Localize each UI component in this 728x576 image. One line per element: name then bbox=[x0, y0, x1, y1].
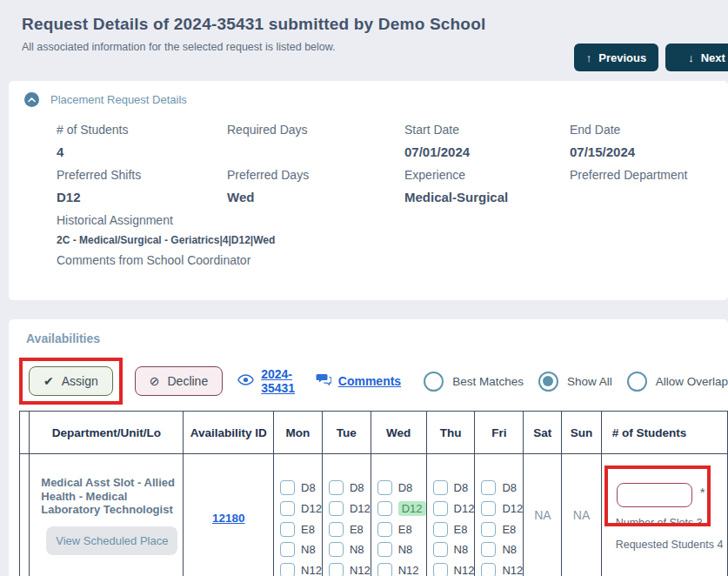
shift-checkbox-wed-d8[interactable] bbox=[377, 480, 392, 495]
shift-label-thu-n8: N8 bbox=[454, 543, 469, 556]
radio-circle-show-all[interactable] bbox=[538, 372, 558, 392]
radio-show-all[interactable]: Show All bbox=[538, 372, 612, 392]
comments-link[interactable]: Comments bbox=[338, 374, 401, 388]
shift-checkbox-fri-n12[interactable] bbox=[481, 563, 496, 576]
assign-button[interactable]: ✔ Assign bbox=[29, 366, 113, 396]
shift-label-mon-n12: N12 bbox=[301, 564, 322, 576]
radio-label-allow-overlap: Allow Overlap bbox=[656, 375, 728, 388]
up-arrow-icon: ↑ bbox=[586, 51, 592, 64]
shift-label-fri-e8: E8 bbox=[502, 523, 516, 536]
shift-checkbox-thu-e8[interactable] bbox=[433, 522, 448, 537]
day-cell-mon: D8D12E8N8N12 bbox=[274, 454, 323, 576]
placement-request-details-card: Placement Request Details # of Students4… bbox=[9, 81, 728, 300]
section-title-placement-request-details: Placement Request Details bbox=[50, 93, 187, 106]
shift-label-wed-n8: N8 bbox=[398, 543, 413, 556]
shift-label-thu-d12: D12 bbox=[454, 502, 475, 515]
num-students-cell: * Number of Slots 3 Requested Students 4 bbox=[601, 454, 727, 576]
radio-circle-best-matches[interactable] bbox=[424, 372, 444, 392]
shift-checkbox-fri-d8[interactable] bbox=[481, 480, 496, 495]
field-label-num-students: # of Students bbox=[57, 122, 227, 138]
comments-icon bbox=[316, 373, 331, 389]
shift-checkbox-wed-d12[interactable] bbox=[377, 501, 392, 516]
check-icon: ✔ bbox=[43, 374, 54, 388]
shift-label-mon-e8: E8 bbox=[301, 523, 315, 536]
field-value-preferred-department bbox=[570, 189, 728, 206]
shift-label-wed-d8: D8 bbox=[398, 481, 413, 494]
section-title-availabilities: Availabilities bbox=[9, 332, 728, 345]
shift-checkbox-fri-d12[interactable] bbox=[481, 501, 496, 516]
day-cell-tue: D8D12E8N8N12 bbox=[322, 454, 371, 576]
shift-checkbox-mon-d8[interactable] bbox=[280, 480, 295, 495]
page-header: Request Details of 2024-35431 submitted … bbox=[0, 0, 728, 81]
request-number-link[interactable]: 2024-35431 bbox=[261, 367, 301, 395]
shift-checkbox-thu-d12[interactable] bbox=[433, 501, 448, 516]
annotation-assign-highlight: ✔ Assign bbox=[19, 358, 123, 405]
availability-id-link[interactable]: 12180 bbox=[212, 512, 245, 525]
header-availability-id: Availability ID bbox=[184, 412, 274, 454]
radio-best-matches[interactable]: Best Matches bbox=[424, 372, 524, 392]
shift-checkbox-wed-n12[interactable] bbox=[377, 563, 392, 576]
next-button[interactable]: ↓ Next bbox=[665, 44, 728, 71]
shift-checkbox-mon-d12[interactable] bbox=[280, 501, 295, 516]
shift-checkbox-wed-n8[interactable] bbox=[377, 542, 392, 557]
shift-checkbox-mon-n12[interactable] bbox=[280, 563, 295, 576]
department-cell: Medical Asst Slot - Allied Health - Medi… bbox=[30, 454, 184, 576]
field-value-num-students: 4 bbox=[57, 144, 227, 161]
field-value-historical-assignment: 2C - Medical/Surgical - Geriatrics|4|D12… bbox=[57, 234, 728, 246]
view-scheduled-placements-button[interactable]: View Scheduled Place bbox=[46, 526, 177, 555]
shift-label-mon-d8: D8 bbox=[301, 481, 316, 494]
day-cell-sun: NA bbox=[562, 454, 601, 576]
shift-checkbox-mon-e8[interactable] bbox=[280, 522, 295, 537]
down-arrow-icon: ↓ bbox=[688, 51, 694, 64]
shift-label-tue-d12: D12 bbox=[350, 502, 371, 515]
shift-label-tue-e8: E8 bbox=[350, 523, 364, 536]
collapse-chevron-up-icon[interactable] bbox=[24, 92, 39, 107]
shift-label-tue-n8: N8 bbox=[350, 543, 364, 556]
field-label-experience: Experience bbox=[404, 167, 570, 184]
shift-label-thu-e8: E8 bbox=[454, 523, 468, 536]
field-label-end-date: End Date bbox=[570, 122, 728, 138]
field-label-preferred-shifts: Preferred Shifts bbox=[57, 167, 227, 184]
row-select-cell bbox=[20, 454, 30, 576]
shift-label-tue-d8: D8 bbox=[350, 481, 364, 494]
shift-checkbox-tue-n12[interactable] bbox=[329, 563, 344, 576]
shift-checkbox-fri-n8[interactable] bbox=[481, 542, 496, 557]
previous-button[interactable]: ↑ Previous bbox=[574, 44, 658, 71]
field-label-preferred-days: Preferred Days bbox=[227, 167, 404, 184]
decline-button-label: Decline bbox=[168, 374, 209, 388]
header-fri: Fri bbox=[475, 412, 524, 454]
day-cell-thu: D8D12E8N8N12 bbox=[426, 454, 475, 576]
shift-checkbox-tue-d8[interactable] bbox=[329, 480, 344, 495]
field-value-preferred-shifts: D12 bbox=[57, 189, 227, 206]
shift-label-wed-n12: N12 bbox=[398, 564, 419, 576]
shift-checkbox-wed-e8[interactable] bbox=[377, 522, 392, 537]
radio-label-best-matches: Best Matches bbox=[452, 375, 524, 388]
requested-students-text: Requested Students 4 bbox=[616, 539, 724, 551]
shift-checkbox-tue-n8[interactable] bbox=[329, 542, 344, 557]
field-value-preferred-days: Wed bbox=[227, 189, 404, 206]
shift-label-fri-n12: N12 bbox=[502, 564, 523, 576]
shift-checkbox-tue-d12[interactable] bbox=[329, 501, 344, 516]
assign-button-label: Assign bbox=[62, 374, 98, 388]
shift-checkbox-thu-n12[interactable] bbox=[433, 563, 448, 576]
department-name: Medical Asst Slot - Allied Health - Medi… bbox=[41, 476, 177, 517]
shift-checkbox-tue-e8[interactable] bbox=[329, 522, 344, 537]
field-label-coordinator-comments: Comments from School Coordinator bbox=[57, 253, 728, 267]
header-wed: Wed bbox=[371, 412, 426, 454]
field-value-end-date: 07/15/2024 bbox=[570, 144, 728, 161]
availability-id-cell: 12180 bbox=[184, 454, 274, 576]
decline-button[interactable]: ⊘ Decline bbox=[135, 366, 223, 396]
radio-circle-allow-overlap[interactable] bbox=[627, 372, 647, 392]
shift-checkbox-thu-d8[interactable] bbox=[433, 480, 448, 495]
shift-label-fri-d12: D12 bbox=[502, 502, 523, 515]
shift-checkbox-thu-n8[interactable] bbox=[433, 542, 448, 557]
header-department: Department/Unit/Lo bbox=[30, 412, 184, 454]
header-thu: Thu bbox=[426, 412, 475, 454]
radio-allow-overlap[interactable]: Allow Overlap bbox=[627, 372, 728, 392]
shift-checkbox-mon-n8[interactable] bbox=[280, 542, 295, 557]
shift-label-wed-e8: E8 bbox=[398, 523, 412, 536]
availabilities-table: Department/Unit/Lo Availability ID Mon T… bbox=[19, 411, 728, 576]
shift-checkbox-fri-e8[interactable] bbox=[481, 522, 496, 537]
field-label-historical-assignment: Historical Assignment bbox=[57, 212, 728, 229]
request-fields-grid: # of Students4 Required Days Start Date0… bbox=[57, 122, 728, 212]
